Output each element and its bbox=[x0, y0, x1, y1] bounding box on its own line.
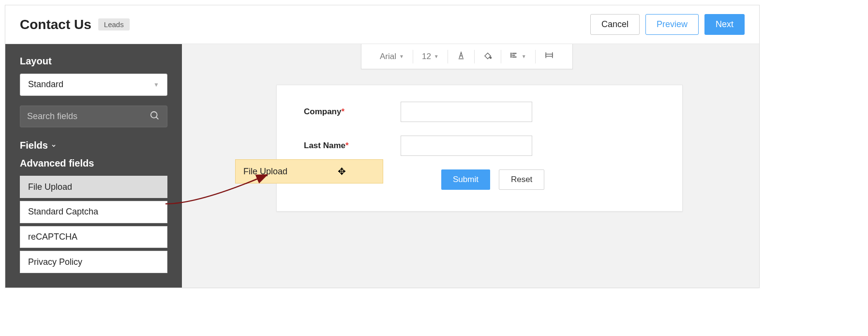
advanced-fields-label: Advanced fields bbox=[20, 158, 167, 169]
align-dropdown[interactable]: ▼ bbox=[501, 51, 535, 62]
font-family-dropdown[interactable]: Arial ▼ bbox=[371, 52, 413, 61]
fields-section-header[interactable]: Fields bbox=[20, 140, 167, 151]
canvas: Arial ▼ 12 ▼ bbox=[182, 44, 759, 288]
module-badge: Leads bbox=[98, 18, 130, 31]
field-item-file-upload[interactable]: File Upload bbox=[20, 176, 167, 198]
next-button[interactable]: Next bbox=[704, 14, 745, 35]
lastname-input[interactable] bbox=[401, 136, 532, 156]
form-actions: Submit Reset bbox=[441, 169, 655, 190]
required-asterisk: * bbox=[345, 141, 349, 150]
search-input[interactable] bbox=[27, 111, 150, 122]
preview-button[interactable]: Preview bbox=[645, 14, 699, 35]
form-row-company: Company* bbox=[304, 102, 655, 122]
layout-label: Layout bbox=[20, 56, 167, 67]
search-field-wrap[interactable] bbox=[20, 106, 167, 128]
form-width-button[interactable] bbox=[536, 51, 563, 62]
layout-select[interactable]: Standard ▼ bbox=[20, 74, 167, 96]
text-color-icon bbox=[457, 51, 465, 62]
chevron-down-icon bbox=[51, 140, 57, 151]
move-icon: ✥ bbox=[338, 166, 346, 177]
field-label: Last Name* bbox=[304, 141, 401, 151]
chevron-down-icon: ▼ bbox=[434, 54, 439, 59]
svg-point-3 bbox=[490, 57, 491, 59]
chevron-down-icon: ▼ bbox=[399, 54, 404, 59]
sidebar: Layout Standard ▼ Fields Advanced fields… bbox=[5, 44, 182, 288]
layout-select-value: Standard bbox=[28, 79, 63, 90]
font-family-value: Arial bbox=[380, 52, 396, 61]
svg-point-0 bbox=[151, 111, 157, 118]
cancel-button[interactable]: Cancel bbox=[590, 14, 640, 35]
form-width-icon bbox=[544, 51, 554, 62]
drag-ghost-file-upload[interactable]: File Upload ✥ bbox=[235, 159, 383, 183]
paint-bucket-icon bbox=[483, 51, 492, 62]
reset-button[interactable]: Reset bbox=[499, 169, 544, 190]
chevron-down-icon: ▼ bbox=[153, 81, 159, 88]
formatting-toolbar: Arial ▼ 12 ▼ bbox=[361, 44, 573, 69]
form-row-lastname: Last Name* bbox=[304, 136, 655, 156]
field-label: Company* bbox=[304, 107, 401, 117]
field-item-standard-captcha[interactable]: Standard Captcha bbox=[20, 201, 167, 223]
svg-line-1 bbox=[156, 117, 159, 119]
company-input[interactable] bbox=[401, 102, 532, 122]
font-size-value: 12 bbox=[422, 52, 431, 61]
search-icon bbox=[150, 110, 160, 123]
form-preview-card: Company* Last Name* Submit Reset bbox=[276, 85, 683, 212]
align-left-icon bbox=[510, 51, 519, 62]
chevron-down-icon: ▼ bbox=[522, 54, 526, 59]
body: Layout Standard ▼ Fields Advanced fields… bbox=[5, 44, 759, 288]
required-asterisk: * bbox=[341, 107, 344, 116]
page-title: Contact Us bbox=[20, 17, 91, 32]
fields-label: Fields bbox=[20, 140, 48, 151]
field-item-privacy-policy[interactable]: Privacy Policy bbox=[20, 251, 167, 273]
app-window: Contact Us Leads Cancel Preview Next Lay… bbox=[5, 5, 760, 288]
text-color-button[interactable] bbox=[448, 51, 474, 62]
fill-color-button[interactable] bbox=[475, 51, 501, 62]
svg-rect-8 bbox=[546, 54, 553, 57]
field-item-recaptcha[interactable]: reCAPTCHA bbox=[20, 226, 167, 248]
submit-button[interactable]: Submit bbox=[441, 169, 490, 190]
drag-ghost-label: File Upload bbox=[243, 167, 287, 177]
font-size-dropdown[interactable]: 12 ▼ bbox=[413, 52, 448, 61]
header-bar: Contact Us Leads Cancel Preview Next bbox=[5, 5, 759, 44]
